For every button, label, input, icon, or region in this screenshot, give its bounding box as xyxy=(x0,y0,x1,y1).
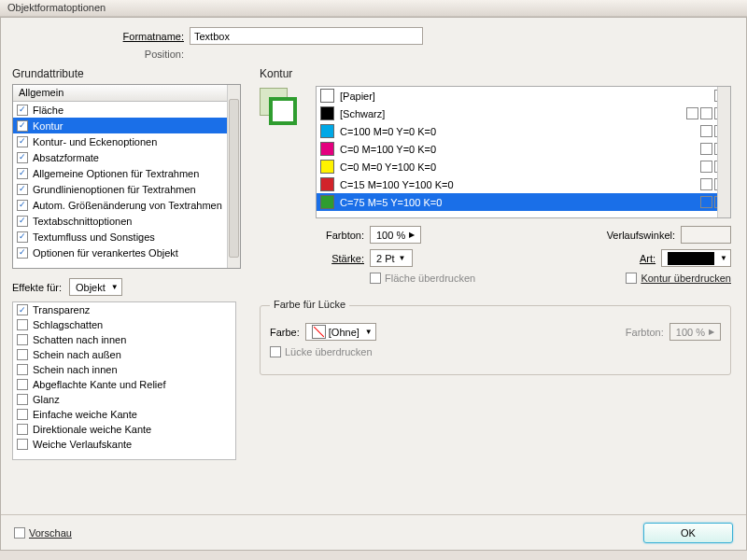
swatch-row[interactable]: [Papier] xyxy=(317,87,730,105)
effects-listbox[interactable]: TransparenzSchlagschattenSchatten nach i… xyxy=(12,301,236,460)
swatch-color-icon xyxy=(320,124,334,138)
check-icon xyxy=(17,136,28,147)
swatch-mode-icon xyxy=(700,125,712,137)
swatch-row[interactable]: [Schwarz] xyxy=(317,105,730,122)
swatch-row[interactable]: C=75 M=5 Y=100 K=0 xyxy=(317,193,730,211)
swatch-scrollbar[interactable] xyxy=(717,87,730,217)
swatch-row[interactable]: C=0 M=0 Y=100 K=0 xyxy=(317,158,730,175)
window-title: Objektformatoptionen xyxy=(0,0,747,17)
check-icon xyxy=(17,105,28,116)
left-column: Grundattribute Allgemein FlächeKonturKon… xyxy=(12,67,241,460)
attribute-item[interactable]: Textumfluss und Sonstiges xyxy=(13,229,240,245)
attribute-listbox[interactable]: Allgemein FlächeKonturKontur- und Eckeno… xyxy=(12,84,241,269)
gap-ueberdrucken-check: Lücke überdrucken xyxy=(270,346,373,357)
swatch-color-icon xyxy=(320,106,334,120)
staerke-field[interactable]: 2 Pt▼ xyxy=(370,249,413,267)
swatch-mode-icon xyxy=(700,143,712,155)
solid-stroke-icon xyxy=(668,252,714,265)
effect-item[interactable]: Transparenz xyxy=(13,302,235,317)
check-icon xyxy=(17,394,28,405)
none-swatch-icon xyxy=(312,325,326,339)
swatch-row[interactable]: C=100 M=0 Y=0 K=0 xyxy=(317,122,730,140)
effect-item[interactable]: Weiche Verlaufskante xyxy=(13,437,235,452)
swatch-color-icon xyxy=(320,142,334,156)
swatch-mode-icon xyxy=(700,196,712,208)
effect-item[interactable]: Einfache weiche Kante xyxy=(13,407,235,422)
effect-item[interactable]: Schein nach innen xyxy=(13,362,235,377)
kontur-ueberdrucken-check[interactable]: Kontur überdrucken xyxy=(626,273,731,284)
check-icon xyxy=(17,152,28,163)
swatch-color-icon xyxy=(320,160,334,174)
check-icon xyxy=(17,231,28,243)
gap-farbe-label: Farbe: xyxy=(270,327,300,338)
position-label: Position: xyxy=(12,49,190,60)
effects-target-combo[interactable]: Objekt▼ xyxy=(69,278,122,296)
swatch-mode-icon xyxy=(700,178,712,190)
art-combo[interactable]: ▼ xyxy=(661,249,731,267)
check-icon xyxy=(17,364,28,375)
grundattribute-title: Grundattribute xyxy=(12,67,241,80)
swatch-mode-icon xyxy=(700,107,712,119)
dialog-footer: Vorschau OK xyxy=(1,514,746,550)
swatch-row[interactable]: C=15 M=100 Y=100 K=0 xyxy=(317,175,730,193)
flaeche-ueberdrucken-check[interactable]: Fläche überdrucken xyxy=(370,273,475,284)
ok-button[interactable]: OK xyxy=(643,523,733,543)
formatname-label: Formatname: xyxy=(12,31,190,42)
check-icon xyxy=(17,120,28,132)
attribute-scrollbar[interactable] xyxy=(227,85,240,268)
check-icon xyxy=(17,409,28,420)
attribute-item[interactable]: Optionen für verankertes Objekt xyxy=(13,245,240,260)
check-icon xyxy=(17,200,28,211)
attribute-item[interactable]: Textabschnittoptionen xyxy=(13,213,240,229)
check-icon xyxy=(17,439,28,450)
effects-label: Effekte für: xyxy=(12,282,62,293)
swatch-mode-icon xyxy=(700,161,712,173)
effect-item[interactable]: Abgeflachte Kante und Relief xyxy=(13,377,235,392)
effect-item[interactable]: Direktionale weiche Kante xyxy=(13,422,235,437)
attribute-item[interactable]: Grundlinienoptionen für Textrahmen xyxy=(13,181,240,197)
staerke-label: Stärke: xyxy=(316,253,364,264)
gap-title: Farbe für Lücke xyxy=(270,299,349,310)
effect-item[interactable]: Schatten nach innen xyxy=(13,332,235,347)
check-icon xyxy=(17,424,28,435)
farbton-field[interactable]: 100 %▶ xyxy=(370,226,421,244)
effect-item[interactable]: Schein nach außen xyxy=(13,347,235,362)
check-icon xyxy=(17,304,28,315)
verlaufswinkel-label: Verlaufswinkel: xyxy=(607,230,675,241)
verlaufswinkel-field[interactable] xyxy=(681,226,731,244)
check-icon xyxy=(17,247,28,259)
attribute-item[interactable]: Kontur xyxy=(13,118,240,133)
check-icon xyxy=(17,319,28,330)
swatch-color-icon xyxy=(320,177,334,191)
check-icon xyxy=(17,349,28,360)
check-icon xyxy=(17,334,28,345)
right-column: Kontur [Papier][Schwarz]C=100 M=0 Y=0 K=… xyxy=(260,67,735,460)
stroke-preview xyxy=(260,88,299,127)
attribute-item[interactable]: Kontur- und Eckenoptionen xyxy=(13,133,240,149)
farbton-label: Farbton: xyxy=(316,230,364,241)
kontur-title: Kontur xyxy=(260,67,735,80)
attribute-item[interactable]: Autom. Größenänderung von Textrahmen xyxy=(13,197,240,213)
swatch-mode-icon xyxy=(686,107,698,119)
attribute-item[interactable]: Fläche xyxy=(13,102,240,118)
gap-farbe-combo[interactable]: [Ohne]▼ xyxy=(305,323,376,341)
formatname-input[interactable] xyxy=(190,27,423,45)
attribute-list-header: Allgemein xyxy=(13,85,240,102)
dialog-body: Formatname: Position: Grundattribute All… xyxy=(0,17,747,551)
swatch-listbox[interactable]: [Papier][Schwarz]C=100 M=0 Y=0 K=0C=0 M=… xyxy=(316,86,731,218)
swatch-row[interactable]: C=0 M=100 Y=0 K=0 xyxy=(317,140,730,158)
effect-item[interactable]: Glanz xyxy=(13,392,235,407)
attribute-item[interactable]: Allgemeine Optionen für Textrahmen xyxy=(13,165,240,181)
swatch-color-icon xyxy=(320,195,334,209)
swatch-color-icon xyxy=(320,89,334,103)
effect-item[interactable]: Schlagschatten xyxy=(13,317,235,332)
check-icon xyxy=(17,379,28,390)
gap-group: Farbe für Lücke Farbe: [Ohne]▼ Farbton: … xyxy=(260,305,731,375)
gap-farbton-field: 100 %▶ xyxy=(669,323,721,341)
gap-farbton-label: Farbton: xyxy=(626,327,664,338)
check-icon xyxy=(17,216,28,227)
attribute-item[interactable]: Absatzformate xyxy=(13,149,240,165)
check-icon xyxy=(17,184,28,195)
vorschau-check[interactable]: Vorschau xyxy=(14,527,72,539)
art-label: Art: xyxy=(640,253,655,264)
